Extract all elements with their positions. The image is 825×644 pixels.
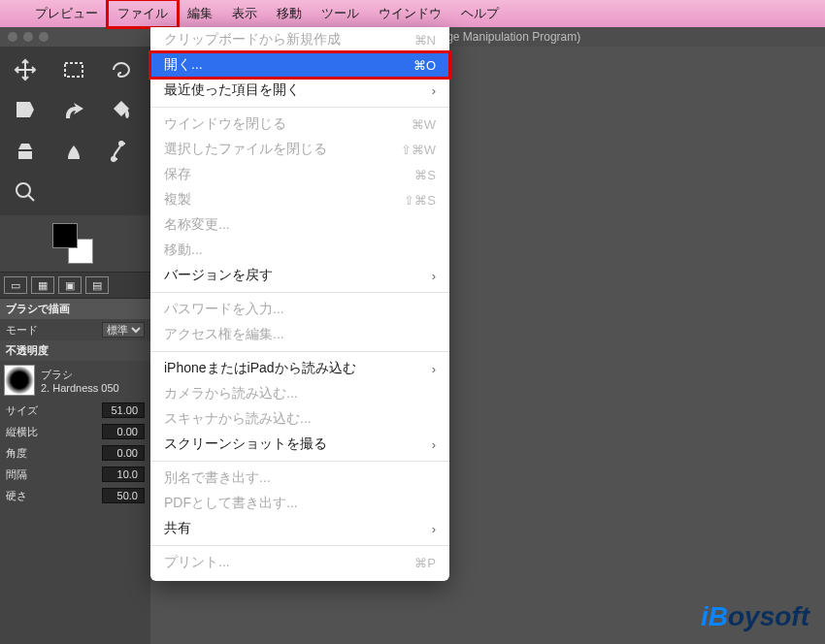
option-label: サイズ — [6, 403, 102, 418]
option-value[interactable]: 0.00 — [102, 445, 145, 461]
menu-item-shortcut: ⌘O — [413, 58, 436, 73]
menu-item-16: カメラから読み込む... — [150, 381, 449, 406]
minimize-button[interactable] — [23, 32, 33, 42]
zoom-button[interactable] — [39, 32, 49, 42]
menu-window[interactable]: ウインドウ — [379, 5, 442, 22]
menu-item-shortcut: ⌘S — [414, 168, 436, 182]
svg-point-3 — [16, 183, 30, 197]
option-row-0: サイズ51.00 — [0, 400, 150, 421]
rect-select-tool[interactable] — [54, 52, 93, 87]
menu-item-label: iPhoneまたはiPadから読み込む — [164, 360, 432, 377]
brush-thumbnail[interactable] — [4, 365, 35, 396]
menu-edit[interactable]: 編集 — [187, 5, 213, 22]
fg-color-swatch[interactable] — [52, 223, 78, 248]
menu-item-label: アクセス権を編集... — [164, 326, 436, 343]
mode-row: モード 標準 — [0, 319, 150, 340]
path-tool[interactable] — [102, 134, 141, 169]
menu-item-10[interactable]: バージョンを戻す› — [150, 263, 449, 288]
chevron-right-icon: › — [432, 362, 436, 376]
menu-item-15[interactable]: iPhoneまたはiPadから読み込む› — [150, 356, 449, 381]
menu-item-9: 移動... — [150, 238, 449, 263]
option-row-3: 間隔10.0 — [0, 464, 150, 485]
menu-item-17: スキャナから読み込む... — [150, 406, 449, 432]
left-panel: ▭ ▦ ▣ ▤ ブラシで描画 モード 標準 不透明度 ブラシ 2. Hardne… — [0, 47, 150, 644]
menu-item-label: 保存 — [164, 166, 414, 183]
menu-item-label: スクリーンショットを撮る — [164, 435, 432, 453]
color-swatches[interactable] — [52, 223, 93, 264]
menu-separator — [150, 461, 449, 462]
menu-item-label: 開く... — [164, 56, 413, 74]
menu-item-18[interactable]: スクリーンショットを撮る› — [150, 432, 449, 457]
menu-item-shortcut: ⌘W — [412, 117, 436, 132]
option-value[interactable]: 50.0 — [102, 488, 145, 503]
menu-item-label: PDFとして書き出す... — [164, 495, 436, 512]
menu-item-label: バージョンを戻す — [164, 267, 432, 284]
menu-go[interactable]: 移動 — [277, 5, 302, 22]
menu-separator — [150, 351, 449, 352]
mode-label: モード — [6, 323, 102, 338]
menu-file[interactable]: ファイル — [108, 0, 178, 27]
tab-device[interactable]: ▦ — [31, 276, 54, 294]
tab-tool-options[interactable]: ▭ — [4, 276, 27, 294]
brush-name: 2. Hardness 050 — [41, 382, 119, 394]
tool-options-title: ブラシで描画 — [0, 299, 150, 319]
chevron-right-icon: › — [432, 83, 436, 98]
menu-help[interactable]: ヘルプ — [461, 5, 499, 22]
option-row-1: 縦横比0.00 — [0, 421, 150, 442]
option-value[interactable]: 0.00 — [102, 424, 145, 439]
menu-item-1[interactable]: 開く...⌘O — [150, 52, 449, 78]
close-button[interactable] — [8, 32, 17, 42]
zoom-tool[interactable] — [6, 175, 45, 209]
watermark-logo: iBoysoft — [701, 601, 809, 632]
opacity-label: 不透明度 — [0, 340, 150, 361]
smudge-tool[interactable] — [54, 134, 93, 169]
menu-item-8: 名称変更... — [150, 212, 449, 238]
move-tool[interactable] — [6, 52, 45, 87]
menu-item-shortcut: ⇧⌘W — [401, 143, 436, 157]
menu-item-label: 複製 — [164, 191, 404, 209]
menu-preview[interactable]: プレビュー — [35, 5, 98, 22]
menu-item-shortcut: ⌘P — [414, 556, 436, 570]
tab-images[interactable]: ▣ — [58, 276, 82, 294]
menu-item-label: パスワードを入力... — [164, 301, 436, 318]
svg-point-1 — [112, 157, 116, 161]
menu-item-4: ウインドウを閉じる⌘W — [150, 112, 449, 137]
chevron-right-icon: › — [432, 522, 436, 536]
option-value[interactable]: 10.0 — [102, 467, 145, 482]
menu-tools[interactable]: ツール — [321, 5, 359, 22]
menu-item-22[interactable]: 共有› — [150, 516, 449, 541]
menu-item-6: 保存⌘S — [150, 162, 449, 187]
menu-item-label: 選択したファイルを閉じる — [164, 141, 401, 158]
crop-tool[interactable] — [6, 93, 45, 128]
menu-item-2[interactable]: 最近使った項目を開く› — [150, 78, 449, 103]
clone-tool[interactable] — [6, 134, 45, 169]
menu-item-label: プリント... — [164, 554, 414, 571]
menu-item-label: 名称変更... — [164, 216, 436, 234]
traffic-lights — [8, 32, 49, 42]
mode-select[interactable]: 標準 — [102, 322, 145, 338]
chevron-right-icon: › — [432, 269, 436, 283]
menu-item-0: クリップボードから新規作成⌘N — [150, 27, 449, 52]
menu-item-24: プリント...⌘P — [150, 550, 449, 575]
menu-item-7: 複製⇧⌘S — [150, 187, 449, 212]
menu-separator — [150, 545, 449, 546]
menu-item-label: 移動... — [164, 242, 436, 259]
warp-tool[interactable] — [54, 93, 93, 128]
free-select-tool[interactable] — [102, 52, 141, 87]
tab-history[interactable]: ▤ — [85, 276, 109, 294]
menu-view[interactable]: 表示 — [232, 5, 257, 22]
bucket-tool[interactable] — [102, 93, 141, 128]
option-row-4: 硬さ50.0 — [0, 485, 150, 506]
menu-item-5: 選択したファイルを閉じる⇧⌘W — [150, 137, 449, 162]
dock-tabs: ▭ ▦ ▣ ▤ — [0, 272, 150, 299]
menu-item-label: 別名で書き出す... — [164, 469, 436, 487]
menu-item-label: スキャナから読み込む... — [164, 410, 436, 428]
option-label: 角度 — [6, 446, 102, 461]
menu-item-20: 別名で書き出す... — [150, 466, 449, 491]
menu-item-label: カメラから読み込む... — [164, 385, 436, 402]
menubar: プレビュー ファイル 編集 表示 移動 ツール ウインドウ ヘルプ — [0, 0, 825, 27]
menu-item-13: アクセス権を編集... — [150, 322, 449, 347]
brush-label: ブラシ — [41, 368, 119, 382]
option-value[interactable]: 51.00 — [102, 402, 145, 418]
menu-item-21: PDFとして書き出す... — [150, 491, 449, 516]
